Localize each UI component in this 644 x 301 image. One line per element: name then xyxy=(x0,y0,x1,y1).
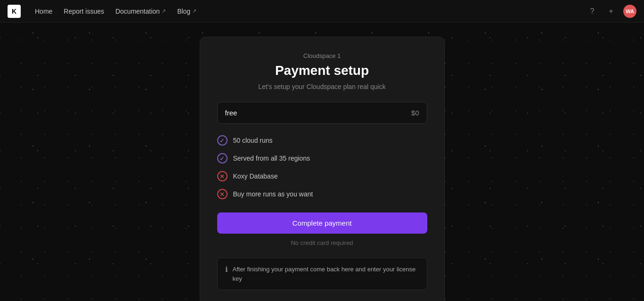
feature-text: Buy more runs as you want xyxy=(233,190,313,198)
nav-home[interactable]: Home xyxy=(30,5,57,18)
page-subtitle: Let's setup your Cloudspace plan real qu… xyxy=(258,83,385,90)
nav-report-issues[interactable]: Report issues xyxy=(59,5,109,18)
feature-item: ✕ Buy more runs as you want xyxy=(217,189,427,199)
info-text: After finishing your payment come back h… xyxy=(233,265,419,283)
no-credit-label: No credit card required xyxy=(291,239,353,246)
add-button[interactable]: + xyxy=(604,5,618,18)
check-icon: ✓ xyxy=(217,153,228,163)
nav-links: Home Report issues Documentation ↗ Blog … xyxy=(30,5,586,18)
main-content: Cloudspace 1 Payment setup Let's setup y… xyxy=(0,23,644,301)
external-link-icon: ↗ xyxy=(192,8,196,14)
plan-name: free xyxy=(225,109,237,117)
navbar: K Home Report issues Documentation ↗ Blo… xyxy=(0,0,644,23)
cloudspace-label: Cloudspace 1 xyxy=(303,52,341,59)
feature-text: Koxy Database xyxy=(233,172,278,180)
feature-text: 50 cloud runs xyxy=(233,137,273,144)
cross-icon: ✕ xyxy=(217,171,228,181)
feature-item: ✕ Koxy Database xyxy=(217,171,427,181)
page-title: Payment setup xyxy=(275,63,369,78)
complete-payment-button[interactable]: Complete payment xyxy=(217,212,427,234)
cross-icon: ✕ xyxy=(217,189,228,199)
plan-price: $0 xyxy=(411,109,419,117)
help-icon: ? xyxy=(590,7,595,16)
nav-right: ? + WA xyxy=(586,5,636,18)
plus-icon: + xyxy=(609,7,613,16)
check-icon: ✓ xyxy=(217,135,228,146)
nav-logo[interactable]: K xyxy=(8,5,21,18)
feature-item: ✓ 50 cloud runs xyxy=(217,135,427,146)
info-icon: ℹ xyxy=(225,265,228,274)
external-link-icon: ↗ xyxy=(162,8,166,14)
feature-item: ✓ Served from all 35 regions xyxy=(217,153,427,163)
help-button[interactable]: ? xyxy=(586,5,599,18)
plan-selector[interactable]: free $0 xyxy=(217,102,427,124)
feature-text: Served from all 35 regions xyxy=(233,155,310,162)
nav-documentation[interactable]: Documentation ↗ xyxy=(111,5,171,18)
avatar[interactable]: WA xyxy=(623,5,636,18)
info-box: ℹ After finishing your payment come back… xyxy=(217,258,427,290)
features-list: ✓ 50 cloud runs ✓ Served from all 35 reg… xyxy=(217,135,427,199)
payment-card: Cloudspace 1 Payment setup Let's setup y… xyxy=(200,37,445,301)
nav-blog[interactable]: Blog ↗ xyxy=(172,5,201,18)
